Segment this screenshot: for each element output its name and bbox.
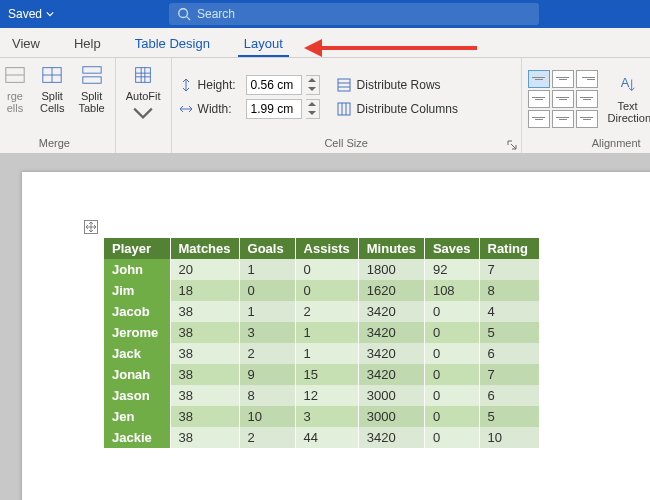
player-cell[interactable]: Jonah: [104, 364, 170, 385]
col-goals[interactable]: Goals: [239, 238, 295, 259]
value-cell[interactable]: 0: [239, 280, 295, 301]
player-cell[interactable]: Jack: [104, 343, 170, 364]
player-cell[interactable]: Jim: [104, 280, 170, 301]
search-box[interactable]: [169, 3, 539, 25]
page[interactable]: PlayerMatchesGoalsAssistsMinutesSavesRat…: [22, 172, 650, 500]
merge-cells-button[interactable]: rgeells: [0, 62, 30, 116]
player-cell[interactable]: John: [104, 259, 170, 280]
value-cell[interactable]: 1: [239, 301, 295, 322]
value-cell[interactable]: 5: [479, 406, 539, 427]
align-middle-right[interactable]: [576, 90, 598, 108]
value-cell[interactable]: 0: [424, 427, 479, 448]
value-cell[interactable]: 10: [239, 406, 295, 427]
value-cell[interactable]: 3: [295, 406, 358, 427]
value-cell[interactable]: 8: [479, 280, 539, 301]
value-cell[interactable]: 38: [170, 322, 239, 343]
table-row[interactable]: Jason38812300006: [104, 385, 539, 406]
tab-view[interactable]: View: [6, 31, 46, 57]
value-cell[interactable]: 5: [479, 322, 539, 343]
value-cell[interactable]: 20: [170, 259, 239, 280]
dialog-launcher-icon[interactable]: [507, 140, 517, 150]
value-cell[interactable]: 1: [295, 322, 358, 343]
value-cell[interactable]: 44: [295, 427, 358, 448]
value-cell[interactable]: 38: [170, 427, 239, 448]
height-input[interactable]: [246, 75, 302, 95]
value-cell[interactable]: 3000: [358, 385, 424, 406]
value-cell[interactable]: 0: [424, 385, 479, 406]
value-cell[interactable]: 8: [239, 385, 295, 406]
table-row[interactable]: Jim180016201088: [104, 280, 539, 301]
table-row[interactable]: Jack3821342006: [104, 343, 539, 364]
value-cell[interactable]: 38: [170, 301, 239, 322]
table-row[interactable]: Jonah38915342007: [104, 364, 539, 385]
align-top-center[interactable]: [552, 70, 574, 88]
value-cell[interactable]: 108: [424, 280, 479, 301]
value-cell[interactable]: 10: [479, 427, 539, 448]
text-direction-button[interactable]: A Text Direction: [604, 72, 650, 126]
col-rating[interactable]: Rating: [479, 238, 539, 259]
align-middle-left[interactable]: [528, 90, 550, 108]
value-cell[interactable]: 0: [424, 364, 479, 385]
value-cell[interactable]: 4: [479, 301, 539, 322]
tab-layout[interactable]: Layout: [238, 31, 289, 57]
value-cell[interactable]: 0: [295, 259, 358, 280]
value-cell[interactable]: 92: [424, 259, 479, 280]
table-row[interactable]: Jen38103300005: [104, 406, 539, 427]
value-cell[interactable]: 9: [239, 364, 295, 385]
value-cell[interactable]: 1: [295, 343, 358, 364]
value-cell[interactable]: 3420: [358, 301, 424, 322]
player-cell[interactable]: Jerome: [104, 322, 170, 343]
col-player[interactable]: Player: [104, 238, 170, 259]
table-move-handle[interactable]: [84, 220, 98, 234]
distribute-columns-button[interactable]: Distribute Columns: [336, 99, 458, 119]
player-cell[interactable]: Jen: [104, 406, 170, 427]
value-cell[interactable]: 0: [424, 322, 479, 343]
table-row[interactable]: Jerome3831342005: [104, 322, 539, 343]
distribute-rows-button[interactable]: Distribute Rows: [336, 75, 458, 95]
col-matches[interactable]: Matches: [170, 238, 239, 259]
value-cell[interactable]: 0: [424, 301, 479, 322]
value-cell[interactable]: 1620: [358, 280, 424, 301]
value-cell[interactable]: 6: [479, 385, 539, 406]
height-spinner[interactable]: [306, 75, 320, 95]
value-cell[interactable]: 3420: [358, 343, 424, 364]
value-cell[interactable]: 0: [424, 343, 479, 364]
player-cell[interactable]: Jackie: [104, 427, 170, 448]
value-cell[interactable]: 6: [479, 343, 539, 364]
value-cell[interactable]: 38: [170, 406, 239, 427]
split-cells-button[interactable]: Split Cells: [36, 62, 68, 116]
table-row[interactable]: Jacob3812342004: [104, 301, 539, 322]
align-bottom-center[interactable]: [552, 110, 574, 128]
value-cell[interactable]: 2: [295, 301, 358, 322]
value-cell[interactable]: 18: [170, 280, 239, 301]
player-cell[interactable]: Jason: [104, 385, 170, 406]
width-spinner[interactable]: [306, 99, 320, 119]
align-top-left[interactable]: [528, 70, 550, 88]
value-cell[interactable]: 7: [479, 364, 539, 385]
player-cell[interactable]: Jacob: [104, 301, 170, 322]
width-input[interactable]: [246, 99, 302, 119]
search-input[interactable]: [197, 7, 531, 21]
value-cell[interactable]: 15: [295, 364, 358, 385]
value-cell[interactable]: 2: [239, 343, 295, 364]
tab-table-design[interactable]: Table Design: [129, 31, 216, 57]
data-table[interactable]: PlayerMatchesGoalsAssistsMinutesSavesRat…: [104, 238, 540, 448]
value-cell[interactable]: 0: [295, 280, 358, 301]
value-cell[interactable]: 3420: [358, 364, 424, 385]
align-middle-center[interactable]: [552, 90, 574, 108]
split-table-button[interactable]: Split Table: [74, 62, 108, 116]
autofit-button[interactable]: AutoFit: [122, 62, 165, 128]
col-saves[interactable]: Saves: [424, 238, 479, 259]
value-cell[interactable]: 7: [479, 259, 539, 280]
value-cell[interactable]: 38: [170, 364, 239, 385]
value-cell[interactable]: 1: [239, 259, 295, 280]
saved-status[interactable]: Saved: [8, 7, 54, 21]
col-minutes[interactable]: Minutes: [358, 238, 424, 259]
tab-help[interactable]: Help: [68, 31, 107, 57]
col-assists[interactable]: Assists: [295, 238, 358, 259]
align-bottom-left[interactable]: [528, 110, 550, 128]
value-cell[interactable]: 38: [170, 385, 239, 406]
value-cell[interactable]: 0: [424, 406, 479, 427]
align-bottom-right[interactable]: [576, 110, 598, 128]
value-cell[interactable]: 1800: [358, 259, 424, 280]
